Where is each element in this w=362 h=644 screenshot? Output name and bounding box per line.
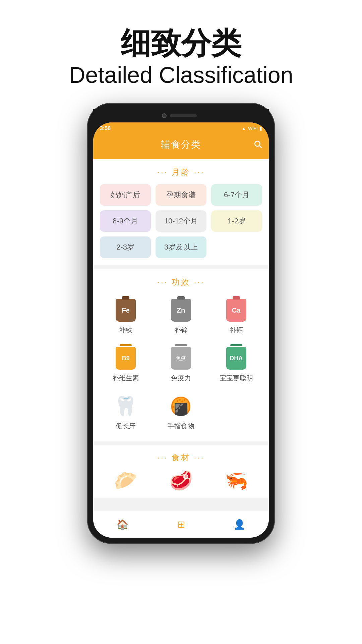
age-tag-2-3[interactable]: 2-3岁 [100, 236, 151, 258]
shrimp-icon: 🦐 [225, 470, 248, 492]
speaker [170, 114, 197, 117]
navbar-title: 辅食分类 [161, 138, 201, 151]
vitamin-icon: B9 [114, 346, 138, 370]
immune-label: 免疫力 [171, 374, 191, 383]
food-item-meat[interactable]: 🥩 [155, 470, 207, 492]
func-item-zinc[interactable]: Zn 补锌 [155, 294, 207, 339]
page-title-english: Detailed Classification [0, 60, 362, 90]
page-title-chinese: 细致分类 [0, 27, 362, 60]
home-icon: 🏠 [117, 519, 128, 530]
nav-item-home[interactable]: 🏠 [93, 519, 152, 530]
func-section-title: ··· 功效 ··· [157, 277, 204, 286]
food-grid: 🥟 🥩 🦐 [100, 470, 262, 492]
food-section-header: ··· 食材 ··· [100, 452, 262, 463]
dumpling-icon: 🥟 [114, 470, 137, 492]
smart-icon: DHA [224, 346, 248, 370]
profile-icon: 👤 [234, 519, 245, 530]
wifi-icon: WiFi [248, 126, 257, 131]
age-tag-mama[interactable]: 妈妈产后 [100, 184, 151, 206]
zinc-label: 补锌 [174, 326, 188, 335]
nav-item-profile[interactable]: 👤 [210, 519, 269, 530]
finger-food-label: 手指食物 [168, 422, 194, 431]
search-icon[interactable] [253, 140, 262, 154]
finger-food-icon: 🍘 [169, 394, 193, 418]
food-section-title: ··· 食材 ··· [157, 453, 204, 462]
phone-screen: 3:56 ▲ WiFi ▮ 辅食分类 [93, 122, 269, 538]
bottom-navigation: 🏠 ⊞ 👤 [93, 511, 269, 538]
age-tag-pregnancy[interactable]: 孕期食谱 [156, 184, 206, 206]
func-item-smart[interactable]: DHA 宝宝更聪明 [210, 342, 262, 387]
iron-icon: Fe [114, 298, 138, 322]
immune-icon: 免疫 [169, 346, 193, 370]
meat-icon: 🥩 [169, 470, 193, 492]
phone-outer-frame: 3:56 ▲ WiFi ▮ 辅食分类 [87, 103, 275, 544]
food-section: ··· 食材 ··· 🥟 🥩 🦐 [93, 445, 269, 498]
func-item-immune[interactable]: 免疫 免疫力 [155, 342, 207, 387]
age-tag-10-12[interactable]: 10-12个月 [156, 210, 206, 232]
phone-notch [93, 109, 269, 122]
func-grid: Fe 补铁 Zn 补锌 [100, 294, 262, 435]
func-section-header: ··· 功效 ··· [100, 277, 262, 287]
func-item-finger-food[interactable]: 🍘 手指食物 [155, 390, 207, 435]
age-grid: 妈妈产后 孕期食谱 6-7个月 8-9个月 10-12个月 1-2岁 2-3岁 … [100, 184, 262, 258]
iron-label: 补铁 [119, 326, 132, 335]
category-icon: ⊞ [177, 519, 185, 530]
food-item-dumpling[interactable]: 🥟 [100, 470, 152, 492]
age-tag-6-7[interactable]: 6-7个月 [211, 184, 262, 206]
status-time: 3:56 [100, 125, 111, 131]
battery-icon: ▮ [259, 126, 262, 131]
nav-item-category[interactable]: ⊞ [152, 519, 210, 530]
signal-icon: ▲ [241, 126, 246, 131]
age-tag-3plus[interactable]: 3岁及以上 [156, 236, 206, 258]
func-item-vitamin[interactable]: B9 补维生素 [100, 342, 152, 387]
calcium-icon: Ca [224, 298, 248, 322]
func-item-calcium[interactable]: Ca 补钙 [210, 294, 262, 339]
age-tag-1-2[interactable]: 1-2岁 [211, 210, 262, 232]
calcium-label: 补钙 [230, 326, 243, 335]
status-bar: 3:56 ▲ WiFi ▮ [93, 122, 269, 135]
food-item-shrimp[interactable]: 🦐 [210, 470, 262, 492]
age-section-title: ··· 月龄 ··· [157, 167, 204, 176]
vitamin-label: 补维生素 [112, 374, 139, 383]
teeth-icon: 🦷 [114, 394, 138, 418]
app-content: ··· 月龄 ··· 妈妈产后 孕期食谱 6-7个月 8-9个月 10-12个月… [93, 159, 269, 511]
page-header: 细致分类 Detailed Classification [0, 0, 362, 103]
age-section: ··· 月龄 ··· 妈妈产后 孕期食谱 6-7个月 8-9个月 10-12个月… [93, 159, 269, 265]
camera [162, 113, 167, 118]
func-item-teeth[interactable]: 🦷 促长牙 [100, 390, 152, 435]
age-section-header: ··· 月龄 ··· [100, 167, 262, 177]
teeth-label: 促长牙 [116, 422, 136, 431]
status-icons: ▲ WiFi ▮ [241, 126, 262, 131]
func-item-iron[interactable]: Fe 补铁 [100, 294, 152, 339]
age-tag-8-9[interactable]: 8-9个月 [100, 210, 151, 232]
app-navbar: 辅食分类 [93, 135, 269, 159]
smart-label: 宝宝更聪明 [220, 374, 253, 383]
svg-line-1 [259, 146, 261, 148]
func-section: ··· 功效 ··· Fe 补铁 Zn [93, 269, 269, 441]
zinc-icon: Zn [169, 298, 193, 322]
phone-mockup: 3:56 ▲ WiFi ▮ 辅食分类 [87, 103, 275, 544]
